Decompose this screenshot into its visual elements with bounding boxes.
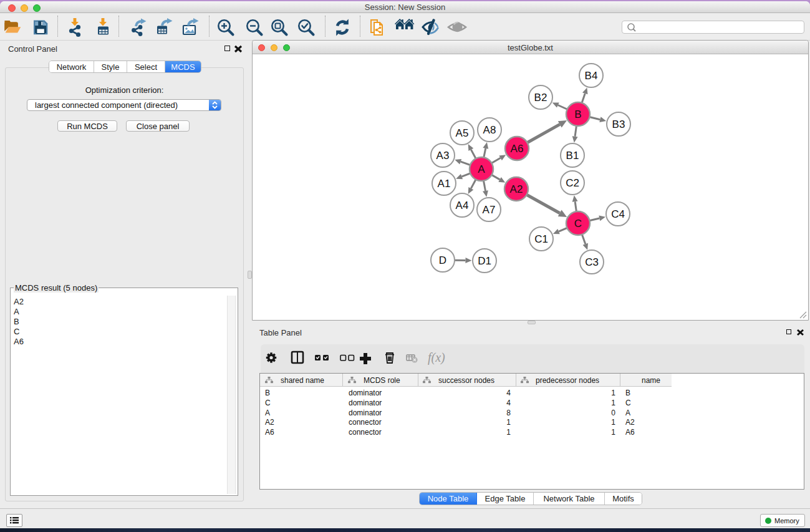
svg-text:A7: A7 (483, 204, 496, 216)
svg-text:C2: C2 (566, 177, 579, 189)
svg-text:A8: A8 (483, 124, 496, 136)
svg-text:B: B (574, 109, 581, 120)
svg-text:A5: A5 (456, 127, 469, 139)
svg-text:D1: D1 (478, 255, 491, 267)
svg-text:C1: C1 (534, 233, 548, 245)
svg-text:A6: A6 (511, 143, 524, 155)
svg-text:D: D (439, 254, 446, 266)
svg-text:B1: B1 (566, 150, 579, 162)
svg-text:C: C (574, 218, 582, 230)
svg-text:A1: A1 (438, 178, 451, 190)
svg-text:A: A (478, 163, 485, 175)
svg-text:C3: C3 (585, 256, 599, 268)
svg-text:A4: A4 (456, 200, 469, 211)
svg-text:A2: A2 (510, 183, 523, 195)
svg-text:f(x): f(x) (428, 351, 445, 365)
svg-text:B2: B2 (534, 92, 547, 104)
svg-text:B4: B4 (585, 70, 598, 82)
svg-text:A3: A3 (436, 150, 450, 162)
svg-text:B3: B3 (612, 118, 625, 130)
svg-text:C4: C4 (611, 208, 625, 220)
